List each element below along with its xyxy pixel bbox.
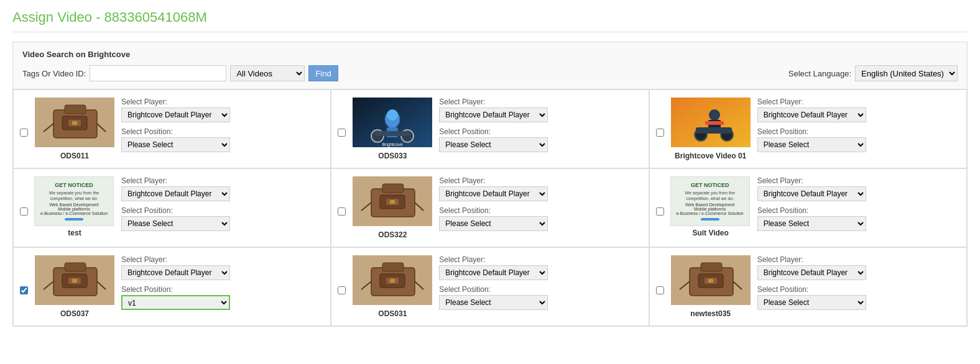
svg-text:Brightcove: Brightcove xyxy=(382,142,403,147)
video-checkbox[interactable] xyxy=(338,129,346,137)
position-select[interactable]: Please Select v1 v2 v3 xyxy=(439,216,548,231)
position-label: Select Position: xyxy=(757,127,960,136)
position-label: Select Position: xyxy=(121,206,324,215)
video-name: ODS031 xyxy=(352,309,433,318)
video-thumbnail: Brightcove ODS033 xyxy=(352,98,433,160)
search-row: Tags Or Video ID: All Videos Active Vide… xyxy=(22,65,958,81)
search-left: Tags Or Video ID: All Videos Active Vide… xyxy=(22,65,338,81)
player-select[interactable]: Brightcove Default Player xyxy=(757,107,866,122)
lang-select[interactable]: English (United States) Spanish French xyxy=(855,65,958,81)
svg-rect-34 xyxy=(65,263,86,271)
video-controls: Select Player: Brightcove Default Player… xyxy=(439,98,642,157)
position-select[interactable]: Please Select v1 v2 v3 xyxy=(757,295,866,310)
video-controls: Select Player: Brightcove Default Player… xyxy=(121,176,324,236)
svg-rect-50 xyxy=(701,263,722,271)
video-name: Brightcove Video 01 xyxy=(670,152,751,160)
video-name: ODS011 xyxy=(34,152,115,160)
position-label: Select Position: xyxy=(121,127,324,136)
svg-rect-53 xyxy=(708,279,713,283)
video-name: ODS037 xyxy=(34,309,115,318)
player-select[interactable]: Brightcove Default Player xyxy=(121,265,230,280)
position-label: Select Position: xyxy=(439,285,642,294)
player-select[interactable]: Brightcove Default Player xyxy=(757,265,866,280)
player-select[interactable]: Brightcove Default Player xyxy=(121,107,230,122)
lang-label: Select Language: xyxy=(788,69,851,78)
video-name: newtest035 xyxy=(670,309,751,318)
video-thumbnail: ODS011 xyxy=(34,98,115,160)
position-select[interactable]: Please Select v1 v2 v3 xyxy=(757,137,866,152)
video-checkbox[interactable] xyxy=(656,207,664,216)
video-cell: ODS011 Select Player: Brightcove Default… xyxy=(13,89,331,168)
video-name: ODS322 xyxy=(352,230,433,239)
svg-point-18 xyxy=(709,109,720,121)
svg-rect-37 xyxy=(72,279,77,283)
player-label: Select Player: xyxy=(757,176,960,185)
video-cell: ODS037 Select Player: Brightcove Default… xyxy=(13,247,331,326)
position-select[interactable]: Please Select v1 v2 v3 xyxy=(757,216,866,231)
video-thumbnail: ODS322 xyxy=(352,176,433,239)
video-thumbnail: ODS037 xyxy=(34,255,115,318)
text-card-thumb: GET NOTICED We separate you from the com… xyxy=(670,176,750,226)
video-checkbox[interactable] xyxy=(338,286,346,294)
position-select[interactable]: Please Select v1 v2 v3 xyxy=(439,295,548,310)
video-name: Suit Video xyxy=(670,229,751,237)
video-grid-container: ODS011 Select Player: Brightcove Default… xyxy=(12,89,968,327)
video-cell: ODS322 Select Player: Brightcove Default… xyxy=(331,168,649,247)
svg-rect-23 xyxy=(705,121,724,125)
video-thumbnail: ODS031 xyxy=(352,255,433,318)
player-select[interactable]: Brightcove Default Player xyxy=(439,265,548,280)
video-checkbox[interactable] xyxy=(656,286,664,294)
video-cell: Brightcove ODS033 Select Player: Brightc… xyxy=(331,89,649,168)
video-name: ODS033 xyxy=(352,152,433,160)
player-label: Select Player: xyxy=(757,255,960,264)
player-select[interactable]: Brightcove Default Player xyxy=(121,186,230,201)
position-label: Select Position: xyxy=(757,206,960,215)
video-cell: ODS031 Select Player: Brightcove Default… xyxy=(331,247,649,326)
svg-rect-29 xyxy=(390,200,395,204)
player-select[interactable]: Brightcove Default Player xyxy=(439,186,548,201)
player-label: Select Player: xyxy=(439,176,642,185)
video-type-select[interactable]: All Videos Active Videos Inactive Videos xyxy=(230,65,305,81)
video-checkbox[interactable] xyxy=(338,207,346,216)
player-select[interactable]: Brightcove Default Player xyxy=(439,107,548,122)
position-select[interactable]: Please Select v1 v2 v3 xyxy=(121,216,230,231)
svg-rect-22 xyxy=(696,127,732,134)
text-card-thumb: GET NOTICED We separate you from the com… xyxy=(34,176,114,226)
video-controls: Select Player: Brightcove Default Player… xyxy=(121,98,324,157)
tags-input[interactable] xyxy=(90,65,226,81)
tags-label: Tags Or Video ID: xyxy=(22,69,86,78)
search-right: Select Language: English (United States)… xyxy=(788,65,958,81)
video-controls: Select Player: Brightcove Default Player… xyxy=(121,255,324,315)
position-select[interactable]: Please Select v1 v2 v3 xyxy=(439,137,548,152)
video-thumbnail: GET NOTICED We separate you from the com… xyxy=(34,176,115,237)
player-select[interactable]: Brightcove Default Player xyxy=(757,186,866,201)
svg-rect-5 xyxy=(72,121,77,125)
position-select[interactable]: Please Select v1 v2 v3 xyxy=(121,295,230,310)
video-controls: Select Player: Brightcove Default Player… xyxy=(757,176,960,236)
find-button[interactable]: Find xyxy=(308,65,338,81)
video-checkbox[interactable] xyxy=(20,129,28,137)
video-checkbox[interactable] xyxy=(20,207,28,216)
player-label: Select Player: xyxy=(757,98,960,106)
search-panel: Video Search on Brightcove Tags Or Video… xyxy=(12,42,968,89)
search-panel-title: Video Search on Brightcove xyxy=(22,50,958,59)
video-grid: ODS011 Select Player: Brightcove Default… xyxy=(13,89,967,326)
position-label: Select Position: xyxy=(439,127,642,136)
video-checkbox[interactable] xyxy=(656,129,664,137)
player-label: Select Player: xyxy=(121,176,324,185)
position-label: Select Position: xyxy=(757,285,960,294)
video-checkbox[interactable] xyxy=(20,286,28,294)
page-container: Assign Video - 883360541068M Video Searc… xyxy=(0,0,980,336)
video-name: test xyxy=(34,229,115,237)
position-label: Select Position: xyxy=(439,206,642,215)
svg-rect-15 xyxy=(375,131,410,136)
video-cell: GET NOTICED We separate you from the com… xyxy=(13,168,331,247)
player-label: Select Player: xyxy=(121,98,324,106)
video-thumbnail: newtest035 xyxy=(670,255,751,318)
svg-point-12 xyxy=(387,109,398,121)
video-thumbnail: Brightcove Video 01 xyxy=(670,98,751,160)
video-cell: newtest035 Select Player: Brightcove Def… xyxy=(649,247,967,326)
position-select[interactable]: Please Select v1 v2 v3 xyxy=(121,137,230,152)
position-label: Select Position: xyxy=(121,285,324,294)
video-controls: Select Player: Brightcove Default Player… xyxy=(757,255,960,315)
